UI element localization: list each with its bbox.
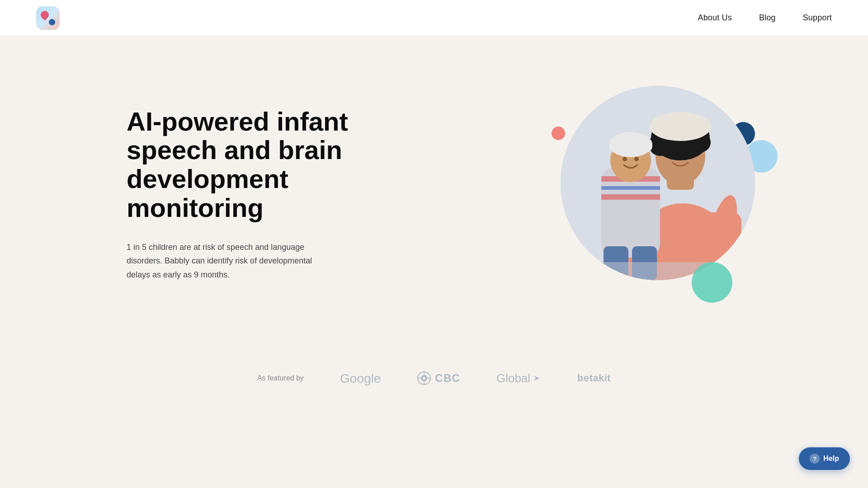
svg-rect-20: [609, 139, 652, 153]
global-arrow-icon: [532, 374, 541, 383]
nav-about[interactable]: About Us: [698, 13, 731, 23]
svg-point-28: [423, 377, 425, 380]
betakit-text: betakit: [577, 372, 611, 384]
help-button-label: Help: [823, 455, 839, 463]
svg-point-22: [634, 157, 639, 161]
svg-rect-16: [601, 186, 660, 190]
hero-image-area: [542, 63, 769, 316]
logo-icon: [36, 6, 60, 30]
svg-point-21: [623, 157, 627, 161]
hero-photo: [561, 86, 755, 280]
featured-logos: Google CBC Global betakit: [340, 371, 611, 386]
featured-section: As featured by Google CBC Global: [0, 343, 868, 422]
cbc-icon: [417, 371, 431, 385]
svg-marker-33: [534, 375, 539, 381]
cbc-logo: CBC: [417, 371, 460, 385]
logo[interactable]: [36, 6, 60, 30]
betakit-logo: betakit: [577, 372, 611, 384]
help-button[interactable]: ? Help: [799, 447, 850, 470]
google-wordmark: Google: [340, 371, 381, 385]
decoration-dot-teal: [692, 262, 732, 303]
svg-rect-17: [601, 194, 660, 200]
hero-illustration: [561, 86, 755, 280]
google-logo: Google: [340, 371, 381, 386]
svg-rect-11: [651, 117, 710, 135]
global-logo: Global: [496, 371, 541, 385]
header: About Us Blog Support: [0, 0, 868, 36]
global-text: Global: [496, 371, 530, 385]
featured-label: As featured by: [257, 374, 304, 382]
cbc-text: CBC: [435, 372, 460, 385]
help-icon-symbol: ?: [813, 455, 816, 462]
nav-blog[interactable]: Blog: [759, 13, 776, 23]
hero-text-block: AI-powered infant speech and brain devel…: [127, 107, 362, 282]
main-nav: About Us Blog Support: [698, 13, 832, 23]
hero-circle-frame: [561, 86, 755, 280]
hero-title: AI-powered infant speech and brain devel…: [127, 107, 362, 222]
help-icon: ?: [810, 454, 820, 464]
nav-support[interactable]: Support: [803, 13, 832, 23]
hero-section: AI-powered infant speech and brain devel…: [0, 36, 868, 343]
hero-description: 1 in 5 children are at risk of speech an…: [127, 240, 335, 282]
